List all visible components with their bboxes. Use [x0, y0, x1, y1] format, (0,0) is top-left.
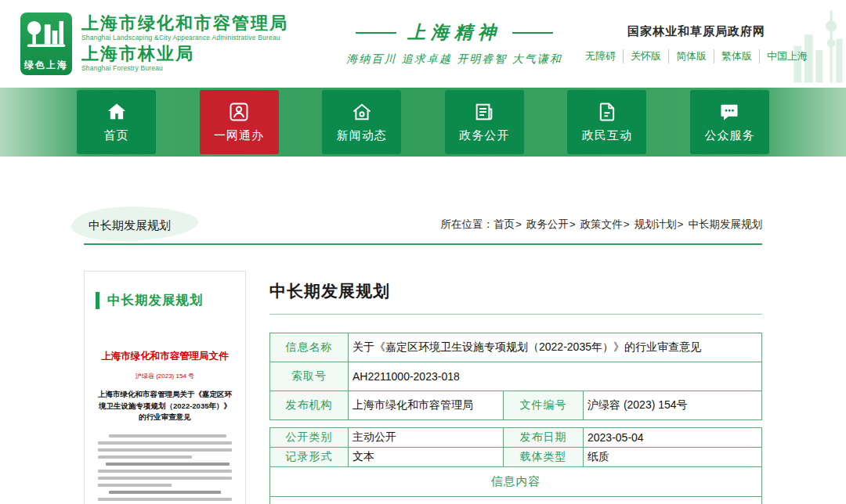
- doc-preview-number: 沪绿容 (2023) 154 号: [98, 372, 232, 380]
- breadcrumb-item-home[interactable]: 首页: [494, 218, 515, 230]
- document-pen-icon: [596, 101, 618, 123]
- doc-number-label: 文件编号: [504, 391, 584, 420]
- index-no-label: 索取号: [270, 362, 349, 391]
- info-table-top: 信息名称 关于《嘉定区环境卫生设施专项规划（2022-2035年）》的行业审查意…: [269, 333, 762, 420]
- nav-public-service-label: 公众服务: [704, 128, 754, 143]
- breadcrumb-item-plans[interactable]: 规划计划: [634, 218, 677, 230]
- breadcrumb-separator: >: [678, 218, 684, 230]
- nav-news-label: 新闻动态: [337, 128, 387, 143]
- motto-subtitle: 海纳百川 追求卓越 开明睿智 大气谦和: [333, 52, 576, 67]
- sidebar-item-midlong-term-plan[interactable]: 中长期发展规划: [96, 292, 234, 309]
- table-row-index-no: 索取号 AH2211000-2023-018: [270, 362, 762, 391]
- motto-title: 上海精神: [333, 20, 576, 45]
- breadcrumb-separator: >: [569, 218, 576, 230]
- link-simplified[interactable]: 简体版: [668, 49, 714, 63]
- table-row-info-name: 信息名称 关于《嘉定区环境卫生设施专项规划（2022-2035年）》的行业审查意…: [270, 333, 762, 362]
- index-no-value: AH2211000-2023-018: [349, 362, 762, 391]
- nav-gov-disclosure-label: 政务公开: [459, 128, 509, 143]
- shanghai-spirit-motto: 上海精神 海纳百川 追求卓越 开明睿智 大气谦和: [333, 20, 576, 67]
- info-tables: 信息名称 关于《嘉定区环境卫生设施专项规划（2022-2035年）》的行业审查意…: [269, 333, 762, 504]
- link-traditional[interactable]: 繁体版: [714, 49, 759, 63]
- doc-preview-red-header: 上海市绿化和市容管理局文件: [98, 350, 232, 363]
- bureau1-name-cn: 上海市绿化和市容管理局: [81, 13, 288, 33]
- breadcrumb-item-policy-docs[interactable]: 政策文件: [580, 218, 623, 230]
- nav-news[interactable]: 新闻动态: [322, 90, 401, 154]
- top-links: 无障碍 关怀版 简体版 繁体版 中国上海: [578, 49, 815, 63]
- bureau2-name-cn: 上海市林业局: [81, 44, 288, 63]
- document-preview: 上海市绿化和市容管理局文件 沪绿容 (2023) 154 号 上海市绿化和市容管…: [98, 350, 232, 501]
- national-forestry-site-link[interactable]: 国家林业和草原局政府网: [578, 24, 815, 39]
- link-accessibility[interactable]: 无障碍: [578, 49, 623, 63]
- publisher-value: 上海市绿化和市容管理局: [349, 391, 504, 420]
- breadcrumb-item-disclosure[interactable]: 政务公开: [526, 218, 569, 230]
- table-row-publisher: 发布机构 上海市绿化和市容管理局 文件编号 沪绿容 (2023) 154号: [270, 391, 762, 420]
- pub-date-label: 发布日期: [504, 428, 584, 448]
- home-icon: [106, 101, 128, 123]
- bureau-names: 上海市绿化和市容管理局 Shanghai Landscaping &City A…: [81, 13, 288, 75]
- nav-home[interactable]: 首页: [77, 90, 156, 154]
- doc-preview-title: 上海市绿化和市容管理局关于《嘉定区环境卫生设施专项规划（2022-2035年）》…: [98, 389, 232, 423]
- main-navigation: 首页 一网通办 新闻动态 政务公开: [0, 88, 846, 157]
- nav-public-interaction[interactable]: 政民互动: [567, 90, 646, 154]
- nav-one-net-service[interactable]: 一网通办: [200, 90, 279, 154]
- nav-one-net-service-label: 一网通办: [214, 128, 264, 143]
- breadcrumb-bar: 中长期发展规划 所在位置：首页>政务公开>政策文件>规划计划>中长期发展规划: [84, 211, 762, 245]
- site-header: 绿色上海 上海市绿化和市容管理局 Shanghai Landscaping &C…: [0, 0, 846, 88]
- breadcrumb-item-current[interactable]: 中长期发展规划: [689, 218, 763, 230]
- breadcrumb-separator: >: [624, 218, 630, 230]
- government-service-icon: [228, 101, 250, 123]
- info-name-label: 信息名称: [270, 333, 349, 362]
- info-name-value: 关于《嘉定区环境卫生设施专项规划（2022-2035年）》的行业审查意见: [349, 333, 762, 362]
- table-row-record-form: 记录形式 文本 载体类型 纸质: [270, 448, 762, 467]
- pub-date-value: 2023-05-04: [584, 428, 762, 448]
- site-logo[interactable]: 绿色上海: [20, 13, 72, 75]
- doc-number-value: 沪绿容 (2023) 154号: [584, 391, 762, 420]
- bureau2-name-en: Shanghai Forestry Bureau: [81, 64, 288, 72]
- info-table-bottom: 公开类别 主动公开 发布日期 2023-05-04 记录形式 文本 载体类型 纸…: [269, 427, 762, 504]
- nav-home-label: 首页: [104, 128, 129, 143]
- open-type-label: 公开类别: [270, 428, 349, 448]
- link-china-shanghai[interactable]: 中国上海: [759, 49, 815, 63]
- logo-banner-text: 绿色上海: [20, 57, 72, 75]
- header-right: 国家林业和草原局政府网 无障碍 关怀版 简体版 繁体版 中国上海: [578, 24, 827, 63]
- news-icon: [351, 101, 373, 123]
- nav-public-interaction-label: 政民互动: [582, 128, 632, 143]
- nav-gov-disclosure[interactable]: 政务公开: [445, 90, 524, 154]
- carrier-type-value: 纸质: [584, 448, 762, 467]
- breadcrumb-prefix: 所在位置：: [440, 218, 494, 230]
- breadcrumb: 所在位置：首页>政务公开>政策文件>规划计划>中长期发展规划: [440, 218, 762, 233]
- logo-graphic-icon: [20, 13, 72, 57]
- carrier-type-label: 载体类型: [504, 448, 584, 467]
- link-care-version[interactable]: 关怀版: [623, 49, 668, 63]
- breadcrumb-separator: >: [515, 218, 522, 230]
- record-form-value: 文本: [349, 448, 504, 467]
- main-content: 中长期发展规划 上海市绿化和市容管理局文件 沪绿容 (2023) 154 号 上…: [84, 271, 762, 504]
- nav-public-service[interactable]: 公众服务: [690, 90, 769, 154]
- doc-preview-text-lines: [98, 434, 232, 501]
- article-area: 中长期发展规划 信息名称 关于《嘉定区环境卫生设施专项规划（2022-2035年…: [269, 271, 762, 504]
- content-title: 中长期发展规划: [269, 280, 762, 315]
- table-row-content-header: 信息内容: [270, 467, 762, 497]
- publisher-label: 发布机构: [270, 391, 349, 420]
- content-header-cell: 信息内容: [270, 467, 762, 497]
- sidebar: 中长期发展规划 上海市绿化和市容管理局文件 沪绿容 (2023) 154 号 上…: [84, 271, 246, 504]
- table-row-content-body: [270, 497, 762, 504]
- bureau1-name-en: Shanghai Landscaping &City Appearance Ad…: [81, 34, 288, 41]
- page-title-block: 中长期发展规划: [84, 211, 174, 233]
- chat-bubble-icon: [718, 101, 740, 123]
- table-row-open-type: 公开类别 主动公开 发布日期 2023-05-04: [270, 428, 762, 448]
- newspaper-icon: [473, 101, 495, 123]
- content-body-cell: [270, 497, 762, 504]
- record-form-label: 记录形式: [270, 448, 349, 467]
- page-title: 中长期发展规划: [89, 218, 171, 233]
- open-type-value: 主动公开: [349, 428, 504, 448]
